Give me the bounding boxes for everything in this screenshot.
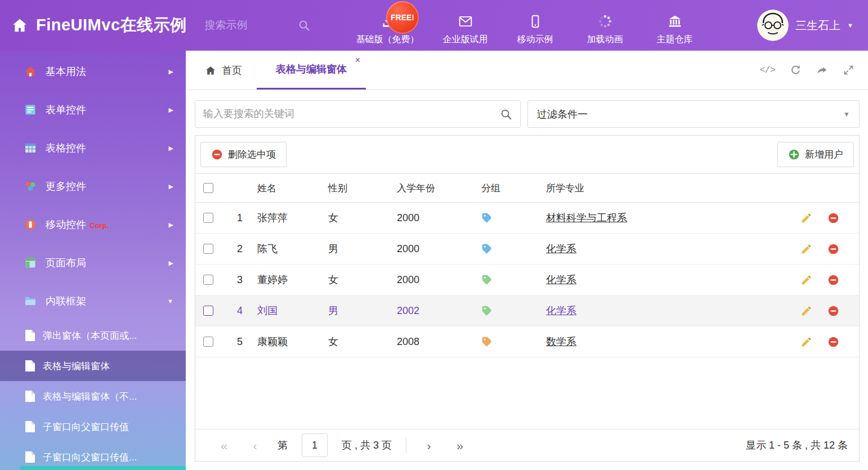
- row-checkbox[interactable]: [203, 213, 213, 223]
- nav-mobile-demo[interactable]: 移动示例: [512, 14, 559, 46]
- edit-button[interactable]: [800, 243, 812, 255]
- home-tab-icon: [205, 65, 216, 76]
- sidebar-item-label: 基本用法: [46, 65, 86, 78]
- sidebar-subitem-label: 弹出窗体（本页面或...: [43, 329, 137, 342]
- table-row-selected[interactable]: 4 刘国 男 2002 化学系: [195, 296, 859, 326]
- tab-close-icon[interactable]: ×: [355, 56, 360, 65]
- first-page-button[interactable]: «: [216, 440, 232, 451]
- chevron-right-icon: ▶: [169, 106, 173, 114]
- sidebar-item-mobile-controls[interactable]: 移动控件Corp. ▶: [0, 205, 186, 244]
- delete-button[interactable]: [827, 243, 839, 255]
- table-body: 1 张萍萍 女 2000 材料科学与工程系 2 陈飞 男 20: [195, 203, 859, 429]
- user-name: 三生石上: [795, 18, 840, 33]
- view-source-icon[interactable]: </>: [759, 65, 775, 75]
- nav-label: 基础版（免费）: [356, 34, 419, 46]
- header-search: [205, 19, 326, 32]
- sidebar-subitem-popup-window[interactable]: 弹出窗体（本页面或...: [0, 320, 186, 351]
- edit-button[interactable]: [800, 274, 812, 286]
- envelope-icon: [458, 14, 473, 29]
- header-name: 姓名: [253, 182, 324, 195]
- row-index: 2: [229, 243, 253, 255]
- tab-label: 首页: [222, 64, 242, 77]
- sidebar-item-label: 移动控件: [46, 218, 86, 231]
- delete-button[interactable]: [827, 336, 839, 348]
- delete-selected-button[interactable]: 删除选中项: [200, 142, 287, 167]
- share-icon[interactable]: [816, 64, 828, 76]
- major-link[interactable]: 化学系: [546, 243, 576, 254]
- sidebar-item-form-controls[interactable]: 表单控件 ▶: [0, 91, 186, 129]
- table-search-box: [195, 100, 521, 128]
- sidebar-subitem-grid-edit-window[interactable]: 表格与编辑窗体: [0, 351, 186, 381]
- tab-home[interactable]: 首页: [190, 51, 257, 89]
- major-link[interactable]: 数学系: [546, 336, 576, 347]
- sidebar-item-label: 页面布局: [46, 256, 86, 270]
- cell-year: 2000: [392, 212, 477, 224]
- add-user-label: 新增用户: [805, 148, 843, 161]
- edit-button[interactable]: [800, 305, 812, 317]
- select-all-checkbox[interactable]: [203, 183, 213, 193]
- major-link[interactable]: 材料科学与工程系: [546, 212, 627, 223]
- table-row[interactable]: 2 陈飞 男 2000 化学系: [195, 234, 859, 265]
- caret-down-icon: ▼: [843, 110, 850, 118]
- cell-year: 2008: [392, 336, 477, 348]
- delete-button[interactable]: [827, 212, 839, 224]
- fullscreen-icon[interactable]: [843, 64, 854, 76]
- delete-button[interactable]: [827, 305, 839, 317]
- chevron-right-icon: ▶: [169, 183, 173, 190]
- last-page-button[interactable]: »: [451, 440, 468, 451]
- table-row[interactable]: 5 康颖颖 女 2008 数学系: [195, 326, 859, 357]
- search-icon[interactable]: [298, 19, 310, 32]
- row-checkbox[interactable]: [203, 244, 213, 254]
- sidebar-subitem-grid-edit-window-alt[interactable]: 表格与编辑窗体（不...: [0, 381, 186, 411]
- nav-enterprise-trial[interactable]: 企业版试用: [442, 14, 489, 46]
- header-search-input[interactable]: [205, 19, 298, 32]
- delete-selected-label: 删除选中项: [228, 148, 276, 161]
- sidebar-item-basic-usage[interactable]: 基本用法 ▶: [0, 52, 186, 91]
- next-page-button[interactable]: ›: [420, 440, 437, 451]
- tab-label: 表格与编辑窗体: [276, 62, 347, 76]
- sidebar-item-more-controls[interactable]: 更多控件 ▶: [0, 167, 186, 205]
- table-row[interactable]: 3 董婷婷 女 2000 化学系: [195, 265, 859, 296]
- tag-icon: [481, 212, 493, 223]
- spinner-icon: [598, 14, 612, 29]
- row-checkbox[interactable]: [203, 306, 213, 316]
- row-checkbox[interactable]: [203, 275, 213, 285]
- caret-down-icon: ▼: [847, 22, 853, 29]
- prev-page-button[interactable]: ‹: [247, 440, 263, 451]
- grid-toolbar: 删除选中项 新增用户: [195, 136, 859, 173]
- avatar-face-icon: [757, 10, 789, 41]
- delete-button[interactable]: [827, 274, 839, 286]
- search-icon[interactable]: [500, 108, 512, 120]
- header-major: 所学专业: [542, 182, 796, 195]
- table-row[interactable]: 1 张萍萍 女 2000 材料科学与工程系: [195, 203, 859, 234]
- header: FineUIMvc在线示例 FREE! 基础版（免费） 企业版试用 移动示例 加…: [0, 0, 868, 51]
- sidebar-item-label: 更多控件: [46, 180, 86, 193]
- caret-down-icon: ▼: [167, 298, 173, 305]
- file-icon: [25, 329, 35, 342]
- brand[interactable]: FineUIMvc在线示例: [0, 14, 187, 37]
- table-search-input[interactable]: [203, 108, 500, 120]
- mobile-controls-icon: [24, 218, 37, 231]
- cell-gender: 女: [324, 335, 392, 348]
- nav-theme-store[interactable]: 主题仓库: [651, 14, 699, 46]
- sidebar-subitem-child-to-parent[interactable]: 子窗口向父窗口传值: [0, 411, 186, 442]
- sidebar-item-table-controls[interactable]: 表格控件 ▶: [0, 129, 186, 167]
- user-menu[interactable]: 三生石上 ▼: [757, 10, 868, 41]
- nav-loading-animation[interactable]: 加载动画: [581, 14, 629, 46]
- page-number-input[interactable]: [302, 433, 328, 457]
- tab-grid-edit-window[interactable]: 表格与编辑窗体 ×: [257, 51, 366, 89]
- edit-button[interactable]: [800, 212, 812, 224]
- refresh-icon[interactable]: [790, 64, 802, 76]
- filter-dropdown[interactable]: 过滤条件一 ▼: [527, 100, 860, 128]
- tab-toolbar: </>: [759, 51, 868, 89]
- cell-name: 康颖颖: [253, 335, 324, 348]
- sidebar-nav: 基本用法 ▶ 表单控件 ▶ 表格控件 ▶ 更多控件 ▶ 移动控件Corp.: [0, 51, 186, 470]
- edit-button[interactable]: [800, 336, 812, 348]
- main-content: 首页 表格与编辑窗体 × </> 过滤条件一 ▼: [186, 51, 868, 470]
- sidebar-item-inline-frame[interactable]: 内联框架 ▼: [0, 282, 186, 320]
- major-link[interactable]: 化学系: [546, 305, 576, 316]
- major-link[interactable]: 化学系: [546, 274, 576, 285]
- row-checkbox[interactable]: [203, 337, 213, 347]
- sidebar-item-page-layout[interactable]: 页面布局 ▶: [0, 244, 186, 282]
- add-user-button[interactable]: 新增用户: [777, 142, 854, 167]
